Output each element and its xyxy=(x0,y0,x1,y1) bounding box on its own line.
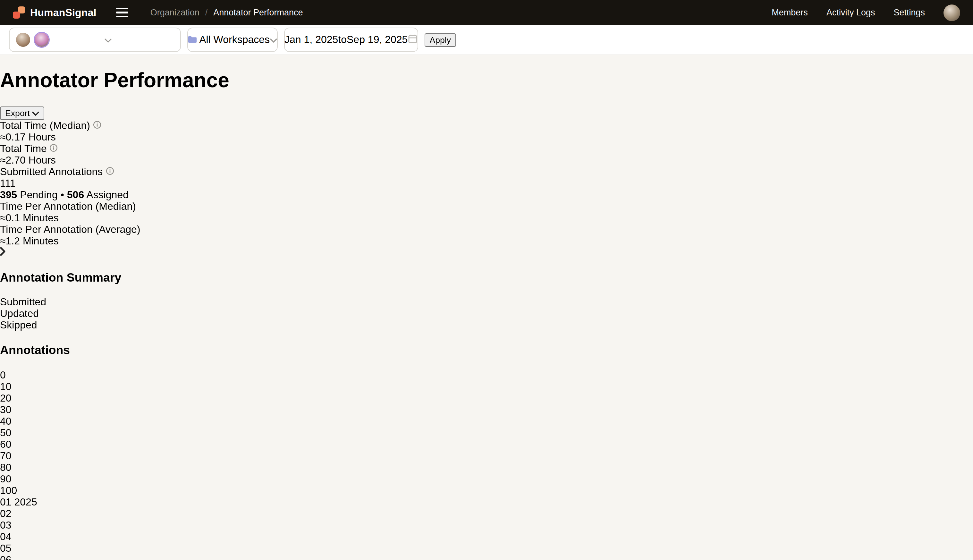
x-tick-label: 02 xyxy=(0,508,973,520)
kpi-unit-badge: Minutes xyxy=(23,235,59,246)
x-tick-label: 06 xyxy=(0,554,973,560)
pending-count: 395 xyxy=(0,189,17,200)
legend-label: Updated xyxy=(0,308,39,319)
calendar-icon xyxy=(408,34,417,46)
apply-button[interactable]: Apply xyxy=(424,33,456,47)
legend-item[interactable]: Updated xyxy=(0,308,973,320)
kpi-footer: 395 Pending • 506 Assigned xyxy=(0,189,973,201)
kpi-label: Total Time xyxy=(0,143,47,154)
chart-title: Annotation Summary xyxy=(0,270,973,285)
info-icon[interactable] xyxy=(93,121,102,129)
annotation-summary-card: Annotation Summary SubmittedUpdatedSkipp… xyxy=(0,270,973,331)
kpi-unit-badge: Hours xyxy=(28,155,56,165)
annotator-avatar xyxy=(53,33,67,47)
kpi-card-time-per-annotation-average: Time Per Annotation (Average) ≈1.2 Minut… xyxy=(0,224,973,247)
y-tick-label: 40 xyxy=(0,416,973,427)
export-label: Export xyxy=(5,108,30,118)
assigned-count: 506 xyxy=(67,189,84,200)
workspaces-select[interactable]: All Workspaces xyxy=(187,28,277,52)
kpi-card-submitted-annotations: Submitted Annotations 111 395 Pending • … xyxy=(0,166,973,201)
user-avatar[interactable] xyxy=(943,4,960,21)
kpi-label: Time Per Annotation (Average) xyxy=(0,224,140,235)
brand-name: HumanSignal xyxy=(30,7,97,18)
x-tick-label: 03 xyxy=(0,520,973,531)
y-tick-label: 20 xyxy=(0,393,973,404)
annotator-avatar xyxy=(90,33,105,47)
y-tick-label: 60 xyxy=(0,439,973,450)
kpi-value: ≈0.1 xyxy=(0,212,20,223)
chevron-down-icon xyxy=(105,34,112,45)
kpi-label: Time Per Annotation (Median) xyxy=(0,201,136,212)
legend-label: Submitted xyxy=(0,297,46,308)
kpi-card-total-time-median: Total Time (Median) ≈0.17 Hours xyxy=(0,120,973,143)
folder-icon xyxy=(188,36,197,43)
kpi-label: Submitted Annotations xyxy=(0,166,103,177)
x-axis: 01 20250203040506070809 xyxy=(0,497,973,560)
annotator-avatar xyxy=(72,33,86,47)
date-to-word: to xyxy=(338,34,347,45)
nav-link-members[interactable]: Members xyxy=(771,8,808,17)
y-tick-label: 30 xyxy=(0,404,973,416)
kpi-value: 111 xyxy=(0,178,16,188)
y-axis: 0102030405060708090100 xyxy=(0,370,973,497)
x-tick-label: 01 2025 xyxy=(0,497,973,508)
hamburger-menu-icon[interactable] xyxy=(114,5,131,20)
kpi-carousel-next-button[interactable] xyxy=(0,247,973,258)
date-from: Jan 1, 2025 xyxy=(285,34,338,45)
brand[interactable]: HumanSignal xyxy=(13,7,97,18)
assigned-label: Assigned xyxy=(86,189,128,200)
kpi-value: ≈1.2 xyxy=(0,235,20,246)
chevron-down-icon xyxy=(270,34,277,45)
filter-toolbar: All Workspaces Jan 1, 2025 to Sep 19, 20… xyxy=(0,25,973,55)
nav-link-activity-logs[interactable]: Activity Logs xyxy=(826,8,875,17)
legend-label: Skipped xyxy=(0,320,37,331)
date-range-picker[interactable]: Jan 1, 2025 to Sep 19, 2025 xyxy=(284,28,418,52)
y-tick-label: 50 xyxy=(0,427,973,439)
chevron-down-icon xyxy=(32,112,39,116)
kpi-value: ≈0.17 xyxy=(0,132,26,142)
annotations-chart-card: Annotations 0102030405060708090100 01 20… xyxy=(0,343,973,560)
info-icon[interactable] xyxy=(105,167,114,175)
kpi-card-time-per-annotation-median: Time Per Annotation (Median) ≈0.1 Minute… xyxy=(0,201,973,224)
annotator-avatar xyxy=(16,33,30,47)
annotator-avatar xyxy=(35,33,49,47)
y-tick-label: 100 xyxy=(0,485,973,497)
breadcrumb-current: Annotator Performance xyxy=(213,8,303,17)
all-workspaces-chip[interactable]: All Workspaces xyxy=(188,34,270,45)
y-tick-label: 70 xyxy=(0,450,973,462)
y-tick-label: 80 xyxy=(0,462,973,473)
legend-item[interactable]: Skipped xyxy=(0,320,973,331)
annotators-select[interactable] xyxy=(9,28,181,52)
kpi-value: ≈2.70 xyxy=(0,155,26,165)
pending-label: Pending xyxy=(20,189,57,200)
page-title: Annotator Performance xyxy=(0,69,973,93)
bullet: • xyxy=(61,189,64,200)
breadcrumb-separator: / xyxy=(205,8,208,17)
breadcrumb-organization[interactable]: Organization xyxy=(150,8,200,17)
export-button[interactable]: Export xyxy=(0,107,44,120)
y-tick-label: 90 xyxy=(0,473,973,485)
x-tick-label: 04 xyxy=(0,531,973,543)
humansignal-logo-icon xyxy=(13,7,25,18)
date-to: Sep 19, 2025 xyxy=(347,34,408,45)
breadcrumb: Organization / Annotator Performance xyxy=(150,8,303,17)
y-tick-label: 10 xyxy=(0,381,973,393)
kpi-card-total-time: Total Time ≈2.70 Hours xyxy=(0,143,973,166)
nav-link-settings[interactable]: Settings xyxy=(893,8,925,17)
info-icon[interactable] xyxy=(50,144,58,152)
all-workspaces-label: All Workspaces xyxy=(199,34,270,45)
kpi-label: Total Time (Median) xyxy=(0,120,90,131)
chart-legend: SubmittedUpdatedSkipped xyxy=(0,297,973,331)
y-tick-label: 0 xyxy=(0,370,973,381)
legend-item[interactable]: Submitted xyxy=(0,297,973,308)
x-tick-label: 05 xyxy=(0,543,973,554)
chart-title: Annotations xyxy=(0,343,973,357)
chevron-right-icon xyxy=(0,247,6,256)
kpi-unit-badge: Minutes xyxy=(23,212,59,223)
kpi-unit-badge: Hours xyxy=(28,132,56,142)
top-navbar: HumanSignal Organization / Annotator Per… xyxy=(0,0,973,25)
